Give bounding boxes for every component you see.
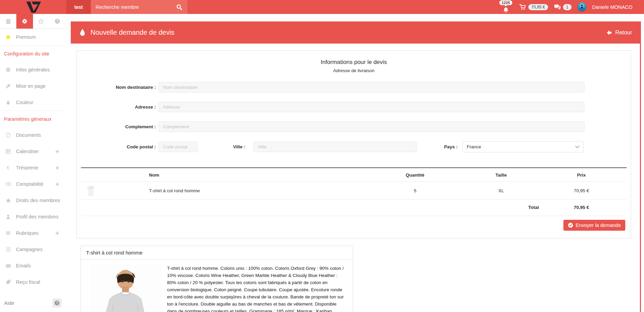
sidebar-item-couleur[interactable]: Couleur <box>0 94 66 111</box>
sidebar-item-label: Infos générales <box>16 67 50 72</box>
postal-field[interactable] <box>159 142 198 152</box>
total-label: Total <box>528 205 546 210</box>
sidebar-item-comptabilite[interactable]: Comptabilité <box>0 176 66 192</box>
form-row-address: Adresse : <box>81 102 627 112</box>
sidebar-item-tresorerie[interactable]: € Trésorerie <box>0 160 66 176</box>
svg-text:€: € <box>7 165 10 170</box>
messages-button[interactable]: 1 <box>554 4 572 10</box>
plus-icon[interactable] <box>55 149 60 154</box>
droplet-icon <box>6 100 11 105</box>
svg-text:?: ? <box>56 301 58 305</box>
recipient-field[interactable] <box>159 82 584 93</box>
product-card: T-shirt à col rond homme <box>81 246 353 312</box>
question-circle-icon: ? <box>54 300 60 306</box>
item-qty: 5 <box>374 188 456 193</box>
tab-help[interactable]: ? <box>49 14 66 29</box>
content-right-border <box>640 43 641 312</box>
page-banner: Nouvelle demande de devis Retour <box>71 21 641 44</box>
item-name: T-shirt à col rond homme <box>149 188 374 193</box>
city-field[interactable] <box>253 142 417 152</box>
help-button[interactable]: ? <box>52 298 62 308</box>
calendar-icon <box>5 149 11 154</box>
country-select[interactable]: France <box>462 141 584 152</box>
tab-settings[interactable] <box>16 14 33 29</box>
site-tab-label: test <box>75 4 83 10</box>
member-search <box>91 0 187 14</box>
envelope-icon <box>5 263 11 268</box>
sidebar-item-premium[interactable]: Premium <box>0 29 66 45</box>
sidebar-item-label: Premium <box>16 34 36 40</box>
table-total-row: Total 70,95 € <box>81 200 627 216</box>
sidebar-item-label: Trésorerie <box>16 165 38 170</box>
app-logo[interactable] <box>0 0 66 14</box>
complement-field[interactable] <box>159 121 584 132</box>
city-label: Ville : <box>198 144 248 149</box>
arrow-left-icon <box>606 30 612 35</box>
gear-icon <box>22 18 28 24</box>
sidebar-item-documents[interactable]: Documents <box>0 127 66 143</box>
chat-bubbles-icon <box>554 4 561 10</box>
product-photo <box>90 265 161 312</box>
sidebar-item-rubriques[interactable]: Rubriques <box>0 225 66 241</box>
banknote-icon <box>5 181 11 187</box>
file-icon <box>6 132 11 138</box>
star-icon <box>5 198 11 203</box>
back-label: Retour <box>615 29 632 36</box>
sidebar-item-label: Mise en page <box>16 83 46 89</box>
document-icon <box>6 247 11 252</box>
table-row: T-shirt à col rond homme 5 XL 70,95 € <box>81 182 627 200</box>
cart-icon <box>519 4 526 10</box>
check-circle-icon <box>568 223 573 228</box>
avatar-image <box>577 2 587 12</box>
send-request-label: Envoyer la demande <box>576 223 621 228</box>
sidebar-item-mise-en-page[interactable]: Mise en page <box>0 78 66 94</box>
country-value: France <box>467 144 481 149</box>
sidebar-item-label: Couleur <box>16 100 33 105</box>
section-title: Configuration du site <box>4 51 49 56</box>
plus-icon[interactable] <box>55 166 60 170</box>
sidebar-item-emails[interactable]: Emails <box>0 258 66 274</box>
chevron-down-icon <box>575 146 579 148</box>
search-input[interactable] <box>91 4 176 10</box>
section-title: Paramètres géneraux <box>4 116 51 122</box>
sidebar-item-droits-membres[interactable]: Droits des membres <box>0 192 66 209</box>
avatar[interactable] <box>577 2 587 12</box>
cart-amount-badge: 70,95 € <box>528 4 548 10</box>
sidebar-item-recu-fiscal[interactable]: Reçu fiscal <box>0 274 66 290</box>
product-description: T-shirt à col rond homme. Coloris unis :… <box>167 265 347 312</box>
sidebar-item-label: Calendrier <box>16 149 39 154</box>
sidebar-item-campagnes[interactable]: Campagnes <box>0 241 66 258</box>
form-row-recipient: Nom destinataire : <box>81 82 627 93</box>
logo-icon <box>23 1 43 13</box>
topbar: test 1225 70,95 € <box>0 0 644 14</box>
address-field[interactable] <box>159 102 584 112</box>
total-value: 70,95 € <box>546 205 616 210</box>
plus-icon[interactable] <box>55 182 60 186</box>
cart-button[interactable]: 70,95 € <box>519 4 548 10</box>
droplet-icon <box>80 29 85 36</box>
sidebar-item-label: Comptabilité <box>16 181 44 187</box>
user-menu[interactable]: Daniele MONACO <box>592 4 632 10</box>
tab-favorites[interactable] <box>33 14 49 29</box>
back-button[interactable]: Retour <box>606 29 632 36</box>
list-icon <box>5 230 11 236</box>
sidebar-item-label: Reçu fiscal <box>16 279 40 285</box>
search-icon[interactable] <box>176 4 182 10</box>
col-quantite: Quantité <box>374 173 456 178</box>
sidebar-item-label: Droits des membres <box>16 198 60 203</box>
sidebar-item-calendrier[interactable]: Calendrier <box>0 143 66 160</box>
notification-badge: 1225 <box>499 0 512 5</box>
table-header-row: Nom Quantité Taille Prix <box>81 168 627 182</box>
item-size: XL <box>456 188 546 193</box>
site-tab[interactable]: test <box>66 0 91 14</box>
items-table: Nom Quantité Taille Prix T-shirt à col r… <box>81 167 627 235</box>
sidebar-item-infos-generales[interactable]: Infos générales <box>0 62 66 78</box>
plus-icon[interactable] <box>55 231 60 235</box>
sidebar-item-profil-membres[interactable]: Profil des membres <box>0 209 66 225</box>
send-request-button[interactable]: Envoyer la demande <box>563 220 625 231</box>
tab-menu[interactable] <box>0 14 16 29</box>
sidebar: ? Premium Configuration du site Infos gé… <box>0 14 66 312</box>
topbar-right: 1225 70,95 € 1 <box>498 0 632 14</box>
star-outline-icon <box>38 18 44 24</box>
notifications-button[interactable]: 1225 <box>498 0 513 14</box>
